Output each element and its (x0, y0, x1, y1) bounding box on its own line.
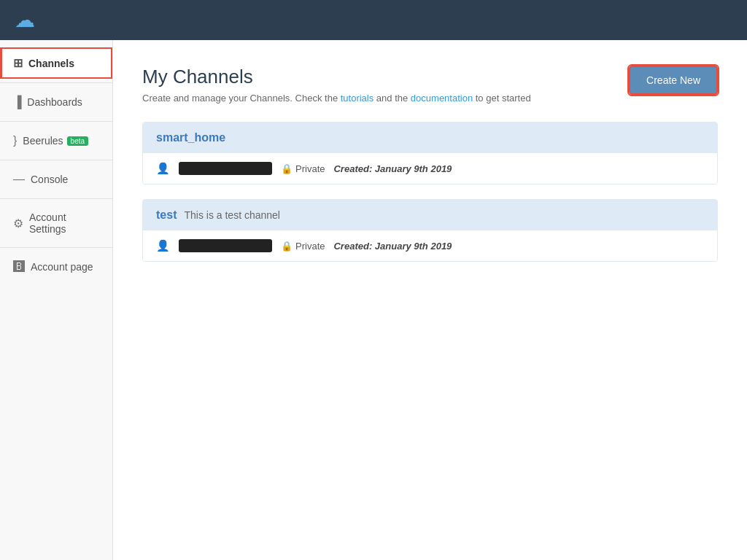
create-new-button[interactable]: Create New (629, 66, 718, 95)
channel-body-smart-home: 👤 ████████ 🔒 Private Created: January 9t… (143, 153, 717, 184)
channel-username-2: ████████ (179, 239, 272, 252)
user-icon-2: 👤 (156, 239, 170, 252)
sidebar-divider-2 (0, 121, 112, 122)
subtitle-start: Create and manage your Channels. Check t… (142, 93, 341, 104)
beta-badge: beta (67, 136, 88, 146)
channel-name-test[interactable]: test (156, 209, 177, 222)
sidebar-divider-5 (0, 247, 112, 248)
sidebar-item-console[interactable]: — Console (0, 164, 112, 195)
subtitle-middle: and the (374, 93, 411, 104)
beerules-icon: } (13, 134, 17, 147)
topbar: ☁ (0, 0, 747, 40)
page-header-text: My Channels Create and manage your Chann… (142, 66, 531, 104)
sidebar-divider-3 (0, 160, 112, 160)
channel-created-2: Created: January 9th 2019 (333, 241, 452, 252)
sidebar-item-dashboards[interactable]: ▐ Dashboards (0, 87, 112, 117)
channel-card-smart-home: smart_home 👤 ████████ 🔒 Private Created:… (142, 122, 718, 184)
sidebar-divider-1 (0, 82, 112, 83)
logo-icon: ☁ (15, 8, 35, 32)
subtitle-end: to get started (473, 93, 531, 104)
sidebar: ⊞ Channels ▐ Dashboards } Beerules beta … (0, 40, 113, 560)
channel-header-test: test This is a test channel (143, 200, 717, 230)
lock-icon-1: 🔒 (281, 163, 293, 174)
docs-link[interactable]: documentation (411, 93, 473, 104)
user-icon-1: 👤 (156, 162, 170, 175)
sidebar-item-label: Dashboards (27, 96, 82, 108)
sidebar-item-label: Account Settings (29, 211, 101, 235)
sidebar-item-account-settings[interactable]: ⚙ Account Settings (0, 203, 112, 244)
sidebar-item-label: Channels (28, 58, 74, 69)
sidebar-item-label: Console (31, 174, 68, 185)
page-header: My Channels Create and manage your Chann… (142, 66, 718, 104)
page-title: My Channels (142, 66, 531, 88)
account-page-icon: 🅱 (13, 260, 25, 273)
channel-body-test: 👤 ████████ 🔒 Private Created: January 9t… (143, 230, 717, 261)
channel-username-1: ████████ (179, 162, 272, 175)
channel-description-test: This is a test channel (184, 209, 280, 221)
gear-icon: ⚙ (13, 217, 23, 230)
privacy-label-1: Private (295, 163, 325, 174)
channel-privacy-1: 🔒 Private (281, 163, 325, 174)
page-subtitle: Create and manage your Channels. Check t… (142, 93, 531, 104)
sidebar-divider-4 (0, 198, 112, 199)
channel-header-smart-home: smart_home (143, 122, 717, 153)
sidebar-item-account-page[interactable]: 🅱 Account page (0, 252, 112, 282)
channel-created-1: Created: January 9th 2019 (333, 163, 452, 174)
main-content: My Channels Create and manage your Chann… (113, 40, 747, 560)
layout: ⊞ Channels ▐ Dashboards } Beerules beta … (0, 40, 747, 560)
sidebar-item-beerules[interactable]: } Beerules beta (0, 125, 112, 156)
channel-privacy-2: 🔒 Private (281, 241, 325, 252)
privacy-label-2: Private (295, 241, 325, 252)
sidebar-item-label: Account page (31, 261, 93, 273)
channel-card-test: test This is a test channel 👤 ████████ 🔒… (142, 199, 718, 262)
console-icon: — (13, 173, 25, 186)
sidebar-item-channels[interactable]: ⊞ Channels (0, 47, 112, 79)
sidebar-item-label: Beerules (23, 135, 63, 147)
channels-icon: ⊞ (13, 56, 23, 70)
lock-icon-2: 🔒 (281, 241, 293, 252)
tutorials-link[interactable]: tutorials (341, 93, 374, 104)
dashboards-icon: ▐ (13, 96, 21, 109)
channel-name-smart-home[interactable]: smart_home (156, 131, 225, 144)
